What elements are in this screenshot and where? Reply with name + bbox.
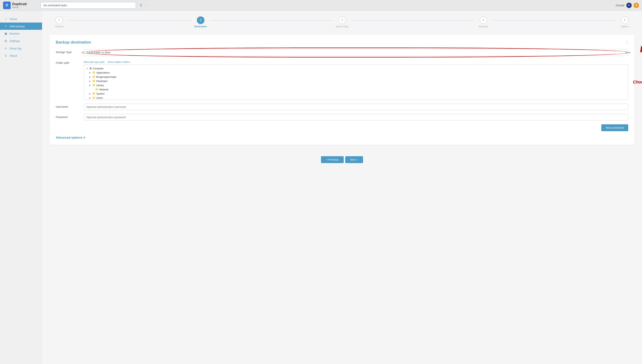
storage-type-label: Storage Type	[56, 49, 81, 54]
info-icon: ℹ	[4, 54, 8, 58]
choose-dest-annotation: Choose destination type	[633, 80, 642, 84]
tree-label-brugeroplysninger: Brugeroplysninger	[96, 76, 117, 78]
test-connection-row: Test connection	[56, 124, 628, 131]
step-line-3-4	[352, 20, 474, 21]
sidebar-item-show-log-label: Show log	[10, 47, 22, 50]
app-logo-icon: D	[3, 2, 11, 9]
tree-item-system[interactable]: ▶ 📁 System	[84, 92, 628, 96]
step-line-2-3	[210, 20, 332, 21]
username-label: Username	[56, 104, 81, 108]
tree-arrow-applications: ▶	[89, 72, 92, 74]
advanced-options-label: Advanced options	[56, 136, 82, 140]
task-status-text: No scheduled tasks	[44, 4, 67, 7]
tree-item-network[interactable]: ▶ 📁 Network	[84, 87, 628, 92]
sidebar-item-home[interactable]: ⌂ Home	[0, 15, 42, 22]
wizard-step-3: 3 Source Data	[332, 16, 352, 28]
next-button[interactable]: Next >	[345, 156, 363, 163]
card-menu-button[interactable]: ⋮	[625, 40, 629, 45]
donate-link[interactable]: Donate	[616, 4, 624, 7]
tree-item-developer[interactable]: ▶ 📁 Developer	[84, 79, 628, 83]
sidebar-item-home-label: Home	[10, 18, 17, 21]
folder-link-row: Manually type path Show hidden folders	[84, 60, 628, 64]
wizard-step-4: 4 Schedule	[474, 16, 493, 28]
username-input[interactable]	[84, 104, 628, 110]
step-1-circle: 1	[56, 16, 63, 24]
sidebar-item-settings-label: Settings	[10, 39, 20, 42]
log-icon: ∞	[4, 46, 8, 50]
tree-item-users[interactable]: ▶ 📁 Users	[84, 96, 628, 100]
step-2-circle: 2	[197, 16, 204, 24]
paypal-icon[interactable]: P	[626, 3, 632, 8]
topbar-right: Donate P ₿	[616, 3, 639, 8]
tree-arrow-developer: ▶	[89, 80, 92, 82]
home-icon: ⌂	[4, 17, 8, 21]
step-line-4-5	[493, 20, 615, 21]
folder-path-label: Folder path	[56, 60, 81, 64]
tree-item-computer[interactable]: ▼ 🖥 Computer	[84, 66, 628, 70]
sidebar-item-about[interactable]: ℹ About	[0, 52, 42, 60]
logo-text: Duplicati Debug	[12, 2, 27, 8]
loading-icon: ⋯	[145, 3, 148, 8]
tree-label-system: System	[96, 92, 105, 95]
nav-buttons: < Previous Next >	[50, 156, 634, 163]
step-4-label: Schedule	[479, 25, 488, 28]
previous-button[interactable]: < Previous	[321, 156, 344, 163]
layout: ⌂ Home + Add backup ▣ Restore ⚙ Settings…	[0, 11, 642, 364]
step-2-label: Destination	[194, 25, 207, 28]
topbar-controls: ⏸ ⋯	[139, 3, 148, 8]
step-1-label: General	[55, 25, 64, 28]
step-3-label: Source Data	[336, 25, 349, 28]
sidebar-item-settings[interactable]: ⚙ Settings	[0, 37, 42, 45]
tree-item-brugeroplysninger[interactable]: ▶ 📁 Brugeroplysninger	[84, 75, 628, 79]
password-input[interactable]	[84, 114, 628, 120]
tree-label-applications: Applications	[96, 71, 110, 74]
password-label: Password	[56, 114, 81, 118]
settings-icon: ⚙	[4, 39, 8, 43]
sidebar-item-restore[interactable]: ▣ Restore	[0, 30, 42, 37]
logo-area: D Duplicati Debug	[3, 2, 38, 9]
test-connection-button[interactable]: Test connection	[601, 124, 628, 131]
tree-arrow-users: ▶	[89, 97, 92, 99]
manually-type-path-link[interactable]: Manually type path	[84, 60, 105, 64]
tree-label-users: Users	[96, 96, 103, 99]
step-3-circle: 3	[338, 16, 346, 24]
pause-icon[interactable]: ⏸	[139, 3, 143, 8]
tree-item-library[interactable]: ▶ 📁 Library	[84, 83, 628, 87]
backup-destination-card: Backup destination ⋮ Storage Type Local …	[50, 35, 634, 145]
tree-arrow-brugeroplysninger: ▶	[89, 76, 92, 78]
topbar: D Duplicati Debug No scheduled tasks ⏸ ⋯…	[0, 0, 642, 11]
wizard-steps: 1 General 2 Destination 3 Source Data	[50, 16, 634, 28]
app-subtitle: Debug	[12, 6, 27, 8]
wizard-step-1: 1 General	[50, 16, 69, 28]
show-hidden-folders-link[interactable]: Show hidden folders	[108, 60, 130, 64]
step-5-label: Options	[621, 25, 629, 28]
username-row: Username	[56, 104, 628, 110]
folder-path-control-wrap: Manually type path Show hidden folders ▼…	[84, 60, 628, 100]
advanced-options-toggle[interactable]: Advanced options ▾	[56, 136, 628, 140]
password-control-wrap	[84, 114, 628, 120]
add-icon: +	[4, 24, 8, 28]
card-title: Backup destination	[56, 40, 628, 44]
password-row: Password	[56, 114, 628, 120]
sidebar-item-restore-label: Restore	[10, 32, 20, 35]
sidebar-item-add-backup[interactable]: + Add backup	[0, 22, 42, 30]
tree-label-library: Library	[96, 84, 104, 87]
file-tree: ▼ 🖥 Computer ▶ 📁 Applications ▶ 📁	[84, 64, 628, 100]
folder-path-row: Folder path Manually type path Show hidd…	[56, 60, 628, 100]
sidebar: ⌂ Home + Add backup ▣ Restore ⚙ Settings…	[0, 11, 42, 364]
storage-type-select[interactable]: Local folder or drive FTP SFTP (SSH) Web…	[84, 49, 628, 56]
storage-type-row: Storage Type Local folder or drive FTP S…	[56, 49, 628, 56]
app-name: Duplicati	[12, 2, 27, 6]
sidebar-item-show-log[interactable]: ∞ Show log	[0, 45, 42, 52]
wizard-step-5: 5 Options	[615, 16, 634, 28]
tree-label-computer: Computer	[93, 67, 104, 70]
sidebar-item-add-backup-label: Add backup	[10, 25, 25, 28]
storage-type-control-wrap: Local folder or drive FTP SFTP (SSH) Web…	[84, 49, 628, 56]
btc-icon[interactable]: ₿	[633, 3, 639, 8]
tree-label-network: Network	[99, 88, 109, 91]
tree-item-applications[interactable]: ▶ 📁 Applications	[84, 70, 628, 75]
restore-icon: ▣	[4, 32, 8, 35]
advanced-options-chevron: ▾	[84, 136, 85, 140]
wizard-step-2: 2 Destination	[191, 16, 210, 28]
step-4-circle: 4	[480, 16, 487, 24]
